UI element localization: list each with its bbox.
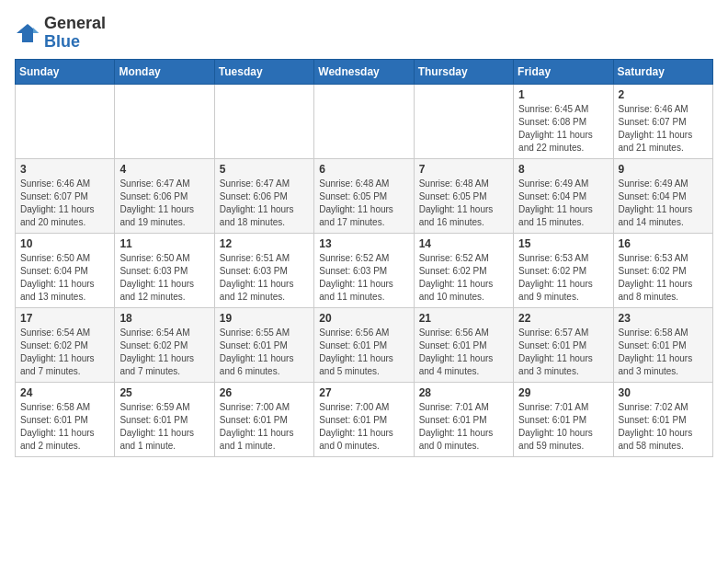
- day-number: 9: [619, 163, 708, 176]
- calendar-cell: 2Sunrise: 6:46 AM Sunset: 6:07 PM Daylig…: [613, 84, 712, 158]
- calendar-week-1: 3Sunrise: 6:46 AM Sunset: 6:07 PM Daylig…: [16, 158, 713, 233]
- page-header: General Blue: [15, 15, 713, 52]
- day-info: Sunrise: 6:58 AM Sunset: 6:01 PM Dayligh…: [619, 327, 708, 378]
- day-info: Sunrise: 6:56 AM Sunset: 6:01 PM Dayligh…: [419, 327, 508, 378]
- calendar-cell: 27Sunrise: 7:00 AM Sunset: 6:01 PM Dayli…: [314, 382, 414, 456]
- day-number: 20: [319, 312, 408, 325]
- day-number: 4: [119, 163, 209, 176]
- day-info: Sunrise: 6:46 AM Sunset: 6:07 PM Dayligh…: [619, 103, 708, 155]
- calendar-week-4: 24Sunrise: 6:58 AM Sunset: 6:01 PM Dayli…: [16, 382, 713, 456]
- calendar-cell: 13Sunrise: 6:52 AM Sunset: 6:03 PM Dayli…: [314, 233, 414, 307]
- calendar-cell: 3Sunrise: 6:46 AM Sunset: 6:07 PM Daylig…: [16, 158, 115, 233]
- day-info: Sunrise: 6:50 AM Sunset: 6:03 PM Dayligh…: [119, 252, 209, 304]
- day-number: 12: [220, 237, 309, 250]
- weekday-header-saturday: Saturday: [613, 59, 712, 84]
- day-info: Sunrise: 6:54 AM Sunset: 6:02 PM Dayligh…: [119, 327, 209, 378]
- day-number: 7: [419, 163, 508, 176]
- logo-icon: [15, 20, 40, 46]
- day-number: 5: [220, 163, 309, 176]
- day-info: Sunrise: 6:57 AM Sunset: 6:01 PM Dayligh…: [518, 327, 608, 378]
- day-number: 13: [319, 237, 408, 250]
- calendar-cell: 11Sunrise: 6:50 AM Sunset: 6:03 PM Dayli…: [115, 233, 214, 307]
- calendar-cell: [414, 84, 513, 158]
- calendar-cell: [214, 84, 313, 158]
- day-number: 27: [319, 386, 408, 399]
- calendar-cell: 26Sunrise: 7:00 AM Sunset: 6:01 PM Dayli…: [214, 382, 313, 456]
- calendar-cell: 9Sunrise: 6:49 AM Sunset: 6:04 PM Daylig…: [613, 158, 712, 233]
- day-info: Sunrise: 7:00 AM Sunset: 6:01 PM Dayligh…: [220, 401, 309, 453]
- calendar-cell: 10Sunrise: 6:50 AM Sunset: 6:04 PM Dayli…: [16, 233, 115, 307]
- weekday-header-tuesday: Tuesday: [214, 59, 313, 84]
- calendar-cell: 17Sunrise: 6:54 AM Sunset: 6:02 PM Dayli…: [16, 307, 115, 382]
- calendar-cell: 16Sunrise: 6:53 AM Sunset: 6:02 PM Dayli…: [613, 233, 712, 307]
- calendar-week-3: 17Sunrise: 6:54 AM Sunset: 6:02 PM Dayli…: [16, 307, 713, 382]
- calendar-cell: 21Sunrise: 6:56 AM Sunset: 6:01 PM Dayli…: [414, 307, 513, 382]
- day-number: 29: [518, 386, 608, 399]
- day-number: 10: [20, 237, 109, 250]
- logo-text: General Blue: [44, 15, 106, 52]
- day-info: Sunrise: 6:46 AM Sunset: 6:07 PM Dayligh…: [20, 178, 109, 229]
- weekday-header-sunday: Sunday: [16, 59, 115, 84]
- day-info: Sunrise: 6:55 AM Sunset: 6:01 PM Dayligh…: [220, 327, 309, 378]
- day-info: Sunrise: 6:56 AM Sunset: 6:01 PM Dayligh…: [319, 327, 408, 378]
- calendar-cell: 28Sunrise: 7:01 AM Sunset: 6:01 PM Dayli…: [414, 382, 513, 456]
- day-info: Sunrise: 6:54 AM Sunset: 6:02 PM Dayligh…: [20, 327, 109, 378]
- calendar-cell: 24Sunrise: 6:58 AM Sunset: 6:01 PM Dayli…: [16, 382, 115, 456]
- day-number: 25: [119, 386, 209, 399]
- day-info: Sunrise: 7:01 AM Sunset: 6:01 PM Dayligh…: [419, 401, 508, 453]
- day-number: 26: [220, 386, 309, 399]
- calendar-cell: 1Sunrise: 6:45 AM Sunset: 6:08 PM Daylig…: [514, 84, 613, 158]
- day-info: Sunrise: 6:53 AM Sunset: 6:02 PM Dayligh…: [619, 252, 708, 304]
- day-number: 18: [119, 312, 209, 325]
- day-number: 16: [619, 237, 708, 250]
- day-info: Sunrise: 7:00 AM Sunset: 6:01 PM Dayligh…: [319, 401, 408, 453]
- weekday-header-wednesday: Wednesday: [314, 59, 414, 84]
- day-number: 17: [20, 312, 109, 325]
- day-info: Sunrise: 6:52 AM Sunset: 6:02 PM Dayligh…: [419, 252, 508, 304]
- calendar-cell: 5Sunrise: 6:47 AM Sunset: 6:06 PM Daylig…: [214, 158, 313, 233]
- calendar-cell: 4Sunrise: 6:47 AM Sunset: 6:06 PM Daylig…: [115, 158, 214, 233]
- day-info: Sunrise: 6:53 AM Sunset: 6:02 PM Dayligh…: [518, 252, 608, 304]
- day-number: 3: [20, 163, 109, 176]
- day-info: Sunrise: 6:47 AM Sunset: 6:06 PM Dayligh…: [220, 178, 309, 229]
- svg-marker-1: [33, 28, 39, 33]
- day-number: 2: [619, 88, 708, 101]
- calendar-cell: 20Sunrise: 6:56 AM Sunset: 6:01 PM Dayli…: [314, 307, 414, 382]
- day-number: 24: [20, 386, 109, 399]
- day-number: 11: [119, 237, 209, 250]
- calendar-cell: 18Sunrise: 6:54 AM Sunset: 6:02 PM Dayli…: [115, 307, 214, 382]
- calendar-cell: 29Sunrise: 7:01 AM Sunset: 6:01 PM Dayli…: [514, 382, 613, 456]
- calendar-cell: 6Sunrise: 6:48 AM Sunset: 6:05 PM Daylig…: [314, 158, 414, 233]
- calendar-cell: 8Sunrise: 6:49 AM Sunset: 6:04 PM Daylig…: [514, 158, 613, 233]
- day-number: 21: [419, 312, 508, 325]
- day-info: Sunrise: 7:02 AM Sunset: 6:01 PM Dayligh…: [619, 401, 708, 453]
- day-info: Sunrise: 6:58 AM Sunset: 6:01 PM Dayligh…: [20, 401, 109, 453]
- day-info: Sunrise: 6:50 AM Sunset: 6:04 PM Dayligh…: [20, 252, 109, 304]
- calendar-cell: [314, 84, 414, 158]
- day-info: Sunrise: 6:48 AM Sunset: 6:05 PM Dayligh…: [419, 178, 508, 229]
- logo-blue: Blue: [44, 32, 80, 51]
- day-number: 1: [518, 88, 608, 101]
- day-number: 14: [419, 237, 508, 250]
- logo: General Blue: [15, 15, 106, 52]
- day-info: Sunrise: 6:49 AM Sunset: 6:04 PM Dayligh…: [619, 178, 708, 229]
- day-number: 28: [419, 386, 508, 399]
- day-info: Sunrise: 6:59 AM Sunset: 6:01 PM Dayligh…: [119, 401, 209, 453]
- calendar-cell: 19Sunrise: 6:55 AM Sunset: 6:01 PM Dayli…: [214, 307, 313, 382]
- calendar-cell: 22Sunrise: 6:57 AM Sunset: 6:01 PM Dayli…: [514, 307, 613, 382]
- calendar-cell: 7Sunrise: 6:48 AM Sunset: 6:05 PM Daylig…: [414, 158, 513, 233]
- calendar-table: SundayMondayTuesdayWednesdayThursdayFrid…: [15, 59, 713, 457]
- calendar-cell: 12Sunrise: 6:51 AM Sunset: 6:03 PM Dayli…: [214, 233, 313, 307]
- day-info: Sunrise: 6:51 AM Sunset: 6:03 PM Dayligh…: [220, 252, 309, 304]
- day-info: Sunrise: 7:01 AM Sunset: 6:01 PM Dayligh…: [518, 401, 608, 453]
- calendar-cell: 30Sunrise: 7:02 AM Sunset: 6:01 PM Dayli…: [613, 382, 712, 456]
- calendar-cell: [16, 84, 115, 158]
- calendar-cell: 23Sunrise: 6:58 AM Sunset: 6:01 PM Dayli…: [613, 307, 712, 382]
- day-number: 19: [220, 312, 309, 325]
- day-number: 8: [518, 163, 608, 176]
- day-number: 23: [619, 312, 708, 325]
- calendar-cell: 15Sunrise: 6:53 AM Sunset: 6:02 PM Dayli…: [514, 233, 613, 307]
- weekday-header-thursday: Thursday: [414, 59, 513, 84]
- day-number: 30: [619, 386, 708, 399]
- day-info: Sunrise: 6:49 AM Sunset: 6:04 PM Dayligh…: [518, 178, 608, 229]
